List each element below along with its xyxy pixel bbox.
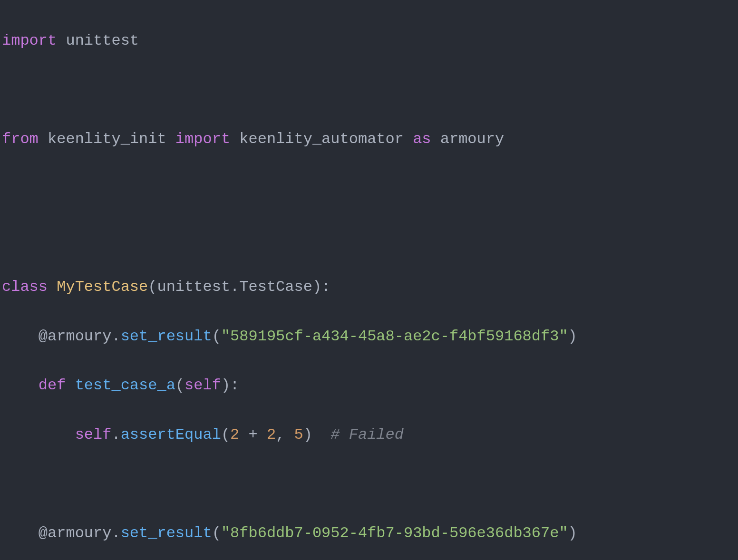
code-line-blank: [0, 176, 738, 201]
code-line-blank: [0, 77, 738, 102]
code-line: class MyTestCase(unittest.TestCase):: [0, 275, 738, 299]
keyword-as: as: [413, 130, 431, 148]
keyword-def: def: [39, 377, 66, 394]
decorator-method: set_result: [121, 524, 212, 542]
code-line: from keenlity_init import keenlity_autom…: [0, 127, 738, 152]
uuid-string: 589195cf-a434-45a8-ae2c-f4bf59168df3: [230, 328, 559, 345]
number-literal: 2: [230, 426, 239, 444]
module-name: unittest: [66, 32, 139, 49]
number-literal: 5: [294, 426, 303, 444]
function-name: test_case_a: [75, 377, 175, 394]
code-line: self.assertEqual(2 + 2, 5) # Failed: [0, 423, 738, 447]
code-editor[interactable]: import unittest from keenlity_init impor…: [0, 0, 738, 560]
decorator-at: @: [39, 328, 48, 345]
code-line-blank: [0, 472, 738, 497]
module-name: keenlity_init: [48, 130, 166, 148]
self-ref: self: [75, 426, 112, 444]
code-line: def test_case_a(self):: [0, 373, 738, 398]
code-line: @armoury.set_result("589195cf-a434-45a8-…: [0, 324, 738, 349]
decorator-object: armoury: [48, 524, 111, 542]
keyword-class: class: [2, 278, 48, 296]
number-literal: 2: [267, 426, 276, 444]
alias-name: armoury: [440, 130, 504, 148]
class-name: MyTestCase: [57, 278, 148, 296]
uuid-string: 8fb6ddb7-0952-4fb7-93bd-596e36db367e: [230, 524, 559, 542]
self-param: self: [184, 377, 221, 394]
base-class: TestCase: [239, 278, 312, 296]
decorator-method: set_result: [121, 328, 212, 345]
code-line: @armoury.set_result("8fb6ddb7-0952-4fb7-…: [0, 521, 738, 546]
comment: # Failed: [330, 426, 404, 444]
module-name: keenlity_automator: [239, 130, 404, 148]
decorator-at: @: [39, 524, 48, 542]
code-line: import unittest: [0, 29, 738, 53]
keyword-from: from: [2, 130, 39, 148]
code-line-blank: [0, 225, 738, 250]
decorator-object: armoury: [48, 328, 111, 345]
method-call: assertEqual: [121, 426, 221, 444]
keyword-import: import: [175, 130, 230, 148]
keyword-import: import: [2, 32, 57, 49]
base-module: unittest: [157, 278, 230, 296]
